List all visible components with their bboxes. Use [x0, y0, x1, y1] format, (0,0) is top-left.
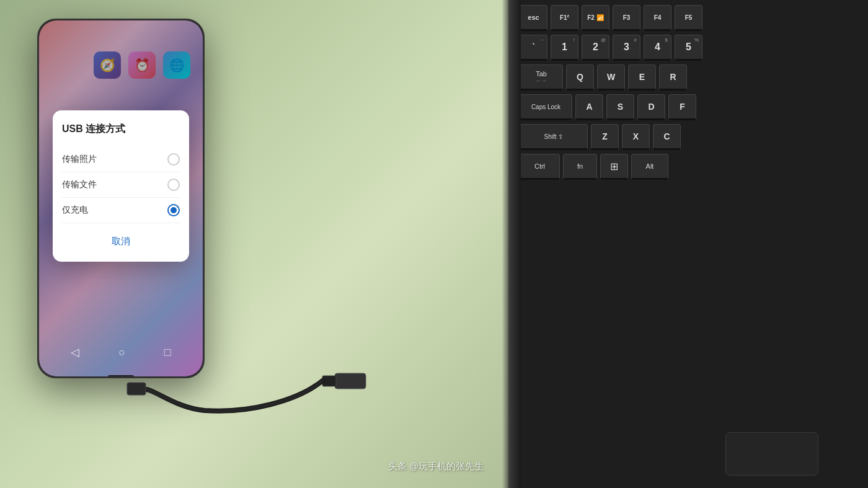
- trackpad[interactable]: [725, 432, 818, 476]
- svg-rect-2: [127, 383, 146, 395]
- key-f2[interactable]: F2 📶: [582, 5, 609, 31]
- radio-charge[interactable]: [167, 204, 180, 216]
- key-w[interactable]: W: [597, 64, 625, 91]
- key-r[interactable]: R: [659, 64, 687, 91]
- watermark: 头条 @玩手机的张先生: [388, 461, 484, 472]
- cancel-button[interactable]: 取消: [62, 231, 180, 252]
- key-f3[interactable]: F3: [613, 5, 640, 31]
- key-f1[interactable]: F1z: [551, 5, 578, 31]
- usb-connection-dialog: USB 连接方式 传输照片 传输文件: [53, 110, 189, 262]
- nav-back-button[interactable]: ◁: [71, 345, 79, 359]
- radio-files[interactable]: [167, 179, 180, 191]
- laptop-frame-edge: [502, 0, 521, 488]
- svg-rect-0: [335, 373, 366, 389]
- key-fn[interactable]: fn: [563, 154, 597, 180]
- key-f4[interactable]: F4: [644, 5, 671, 31]
- dialog-title: USB 连接方式: [62, 123, 180, 136]
- phone: 🧭 ⏰ 🌐 USB 连接方式 传输照片: [37, 19, 217, 403]
- option-transfer-files[interactable]: 传输文件: [62, 172, 180, 198]
- key-e[interactable]: E: [628, 64, 656, 91]
- key-3[interactable]: # 3: [613, 35, 640, 61]
- scene-background: esc F1z F2 📶 F3 F4 F5 ~ ` ! 1 @: [0, 0, 868, 488]
- key-tab[interactable]: Tab ←→: [520, 64, 563, 91]
- key-f5[interactable]: F5: [675, 5, 702, 31]
- key-tilde[interactable]: ~ `: [520, 35, 547, 61]
- key-d[interactable]: D: [637, 94, 665, 120]
- key-shift[interactable]: Shift ⇧: [520, 124, 588, 150]
- phone-screen: 🧭 ⏰ 🌐 USB 连接方式 传输照片: [39, 20, 203, 376]
- dialog-overlay: USB 连接方式 传输照片 传输文件: [39, 20, 203, 376]
- laptop-keyboard-area: esc F1z F2 📶 F3 F4 F5 ~ ` ! 1 @: [508, 0, 868, 488]
- key-ctrl[interactable]: Ctrl: [520, 154, 560, 180]
- key-s[interactable]: S: [606, 94, 634, 120]
- key-esc[interactable]: esc: [520, 5, 547, 31]
- key-5[interactable]: % 5: [675, 35, 702, 61]
- key-c[interactable]: C: [653, 124, 681, 150]
- usb-cable: [124, 352, 434, 426]
- phone-body: 🧭 ⏰ 🌐 USB 连接方式 传输照片: [37, 19, 205, 378]
- key-f[interactable]: F: [668, 94, 696, 120]
- option-transfer-photos[interactable]: 传输照片: [62, 147, 180, 172]
- key-alt[interactable]: Alt: [631, 154, 668, 180]
- key-1[interactable]: ! 1: [551, 35, 578, 61]
- key-q[interactable]: Q: [566, 64, 594, 91]
- key-x[interactable]: X: [622, 124, 650, 150]
- key-windows[interactable]: ⊞: [600, 154, 628, 180]
- radio-photos[interactable]: [167, 153, 180, 166]
- key-4[interactable]: $ 4: [644, 35, 671, 61]
- option-charge-only[interactable]: 仅充电: [62, 198, 180, 223]
- keyboard-surface: esc F1z F2 📶 F3 F4 F5 ~ ` ! 1 @: [510, 0, 868, 488]
- key-2[interactable]: @ 2: [582, 35, 609, 61]
- key-z[interactable]: Z: [591, 124, 619, 150]
- option-files-label: 传输文件: [62, 179, 97, 190]
- radio-charge-selected-dot: [170, 207, 177, 213]
- key-a[interactable]: A: [575, 94, 603, 120]
- option-photos-label: 传输照片: [62, 154, 97, 165]
- key-capslock[interactable]: Caps Lock: [520, 94, 572, 120]
- option-charge-label: 仅充电: [62, 205, 88, 216]
